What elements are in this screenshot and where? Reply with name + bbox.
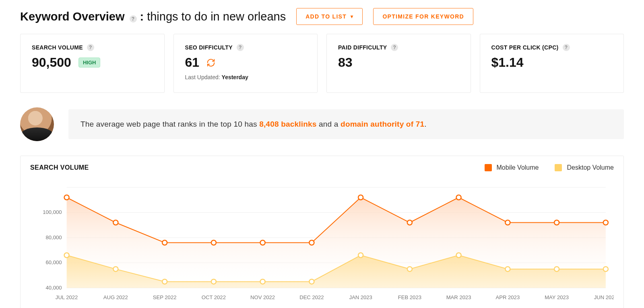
- svg-point-32: [603, 220, 608, 225]
- svg-point-21: [64, 195, 69, 200]
- chart-svg: 40,00060,00080,000100,000 JUL 2022AUG 20…: [30, 175, 614, 304]
- legend-swatch-mobile: [485, 164, 492, 171]
- svg-point-20: [603, 267, 608, 271]
- card-label-text: SEO DIFFICULTY: [185, 44, 233, 51]
- chevron-down-icon: ▾: [351, 14, 353, 19]
- svg-point-9: [64, 253, 69, 258]
- card-label: SEARCH VOLUME ?: [32, 44, 153, 51]
- card-cpc: COST PER CLICK (CPC) ? $1.14: [480, 34, 624, 93]
- svg-point-13: [260, 279, 265, 284]
- page-title: Keyword Overview ? : things to do in new…: [20, 10, 286, 23]
- add-to-list-label: ADD TO LIST: [305, 13, 347, 20]
- cpc-value: $1.14: [491, 55, 524, 70]
- add-to-list-button[interactable]: ADD TO LIST ▾: [296, 8, 363, 25]
- avatar: [20, 107, 54, 141]
- svg-text:JUN 2023: JUN 2023: [594, 294, 614, 300]
- svg-text:80,000: 80,000: [46, 234, 62, 240]
- svg-text:100,000: 100,000: [43, 209, 62, 216]
- optimize-button[interactable]: OPTIMIZE FOR KEYWORD: [373, 8, 473, 25]
- help-icon[interactable]: ?: [130, 15, 137, 23]
- svg-text:NOV 2022: NOV 2022: [250, 294, 275, 300]
- callout-mid: and a: [317, 120, 341, 128]
- svg-point-19: [554, 267, 559, 271]
- card-seo-difficulty: SEO DIFFICULTY ? 61 Last Updated: Yester…: [173, 34, 318, 93]
- svg-text:JAN 2023: JAN 2023: [349, 294, 372, 300]
- chart-area: 40,00060,00080,000100,000 JUL 2022AUG 20…: [30, 175, 614, 304]
- help-icon[interactable]: ?: [563, 44, 570, 51]
- legend-swatch-desktop: [555, 164, 562, 171]
- svg-point-24: [211, 240, 216, 245]
- card-label-text: COST PER CLICK (CPC): [491, 44, 559, 51]
- svg-point-12: [211, 279, 216, 284]
- svg-text:MAY 2023: MAY 2023: [545, 294, 569, 300]
- legend-mobile[interactable]: Mobile Volume: [485, 164, 539, 171]
- svg-text:JUL 2022: JUL 2022: [56, 294, 78, 300]
- callout-pre: The average web page that ranks in the t…: [80, 120, 259, 128]
- legend-desktop[interactable]: Desktop Volume: [555, 164, 614, 171]
- svg-point-22: [113, 220, 118, 225]
- svg-point-29: [456, 195, 461, 200]
- svg-text:APR 2023: APR 2023: [496, 294, 520, 300]
- title-prefix: Keyword Overview: [20, 10, 125, 23]
- chart-legend: Mobile Volume Desktop Volume: [485, 164, 614, 171]
- last-updated-label: Last Updated:: [185, 74, 220, 80]
- callout-da: domain authority of 71: [341, 120, 424, 128]
- legend-desktop-label: Desktop Volume: [567, 164, 614, 171]
- card-paid-difficulty: PAID DIFFICULTY ? 83: [326, 34, 471, 93]
- svg-point-27: [358, 195, 363, 200]
- svg-point-14: [309, 279, 314, 284]
- svg-text:OCT 2022: OCT 2022: [202, 294, 226, 300]
- last-updated-value: Yesterday: [222, 74, 248, 80]
- svg-point-30: [505, 220, 510, 225]
- optimize-label: OPTIMIZE FOR KEYWORD: [382, 13, 464, 20]
- card-label: PAID DIFFICULTY ?: [338, 44, 459, 51]
- svg-point-31: [554, 220, 559, 225]
- card-label: COST PER CLICK (CPC) ?: [491, 44, 613, 51]
- svg-point-15: [358, 253, 363, 258]
- svg-point-26: [309, 240, 314, 245]
- callout-post: .: [424, 120, 426, 128]
- callout-text: The average web page that ranks in the t…: [68, 109, 624, 139]
- svg-text:DEC 2022: DEC 2022: [299, 294, 324, 300]
- help-icon[interactable]: ?: [237, 44, 244, 51]
- card-label: SEO DIFFICULTY ?: [185, 44, 306, 51]
- svg-text:MAR 2023: MAR 2023: [446, 294, 471, 300]
- title-separator: :: [140, 10, 144, 23]
- paid-difficulty-value: 83: [338, 55, 353, 70]
- svg-point-16: [407, 267, 412, 271]
- svg-text:AUG 2022: AUG 2022: [103, 294, 128, 300]
- svg-text:40,000: 40,000: [46, 285, 62, 291]
- seo-difficulty-value: 61: [185, 55, 200, 70]
- chart-card: SEARCH VOLUME Mobile Volume Desktop Volu…: [20, 156, 624, 308]
- insight-callout: The average web page that ranks in the t…: [20, 107, 624, 141]
- svg-text:FEB 2023: FEB 2023: [398, 294, 421, 300]
- search-volume-value: 90,500: [32, 55, 71, 70]
- svg-point-28: [407, 220, 412, 225]
- page-header: Keyword Overview ? : things to do in new…: [20, 8, 624, 25]
- help-icon[interactable]: ?: [87, 44, 94, 51]
- chart-title: SEARCH VOLUME: [30, 164, 89, 171]
- svg-point-25: [260, 240, 265, 245]
- metric-cards: SEARCH VOLUME ? 90,500 HIGH SEO DIFFICUL…: [20, 34, 624, 93]
- card-label-text: SEARCH VOLUME: [32, 44, 83, 51]
- card-search-volume: SEARCH VOLUME ? 90,500 HIGH: [20, 34, 165, 93]
- callout-backlinks: 8,408 backlinks: [259, 120, 316, 128]
- svg-point-23: [162, 240, 167, 245]
- refresh-icon[interactable]: [206, 58, 215, 67]
- chart-header: SEARCH VOLUME Mobile Volume Desktop Volu…: [30, 164, 614, 171]
- keyword-text: things to do in new orleans: [147, 10, 286, 23]
- last-updated: Last Updated: Yesterday: [185, 74, 306, 80]
- volume-badge: HIGH: [78, 57, 101, 68]
- svg-point-17: [456, 253, 461, 258]
- help-icon[interactable]: ?: [391, 44, 398, 51]
- card-label-text: PAID DIFFICULTY: [338, 44, 387, 51]
- legend-mobile-label: Mobile Volume: [497, 164, 539, 171]
- svg-point-11: [162, 279, 167, 284]
- svg-point-10: [113, 267, 118, 271]
- svg-text:SEP 2022: SEP 2022: [153, 294, 177, 300]
- svg-point-18: [505, 267, 510, 271]
- svg-text:60,000: 60,000: [46, 260, 62, 266]
